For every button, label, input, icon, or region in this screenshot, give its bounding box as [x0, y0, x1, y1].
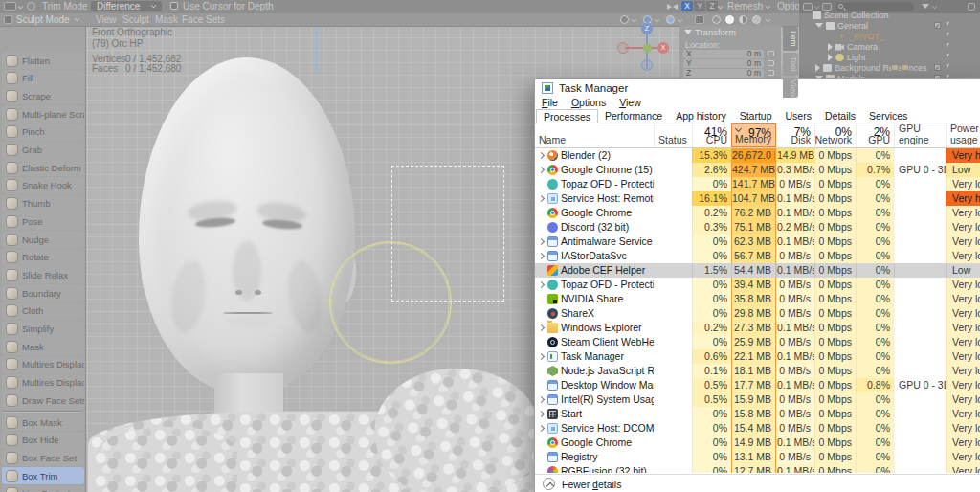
- process-row-topaz-ofd-protection-module[interactable]: Topaz OFD - Protection Module0%39.4 MB0 …: [535, 278, 980, 292]
- tab-app-history[interactable]: App history: [669, 109, 733, 123]
- selectable-icon[interactable]: [946, 53, 950, 57]
- process-row-task-manager[interactable]: Task Manager0.6%22.1 MB0.1 MB/s0 Mbps0%V…: [535, 349, 980, 364]
- process-row-windows-explorer[interactable]: Windows Explorer0.2%27.3 MB0.1 MB/s0 Mbp…: [535, 321, 980, 335]
- expand-icon[interactable]: [815, 64, 820, 72]
- shading-solid-icon[interactable]: [725, 15, 734, 24]
- shading-rendered-icon[interactable]: [752, 15, 761, 24]
- column-header-memory[interactable]: 97%Memory: [731, 123, 776, 147]
- location-x-field[interactable]: X0 m: [683, 50, 764, 58]
- mirror-x-toggle[interactable]: X: [681, 1, 693, 11]
- expand-chevron-icon[interactable]: [538, 411, 545, 417]
- tool-item-line-project[interactable]: Line Project: [2, 485, 84, 492]
- mirror-z-toggle[interactable]: Z: [706, 1, 718, 11]
- process-row-google-chrome[interactable]: Google Chrome0%14.9 MB0.1 MB/s0 Mbps0%Ve…: [535, 436, 980, 450]
- tool-item-pinch[interactable]: Pinch: [2, 123, 84, 141]
- tool-item-flatten[interactable]: Flatten: [2, 52, 84, 69]
- expand-chevron-icon[interactable]: [538, 281, 545, 288]
- tool-item-multi-plane-scrape[interactable]: Multi-plane Scrape: [2, 105, 84, 123]
- fewer-details-bar[interactable]: Fewer details: [535, 474, 980, 492]
- tool-item-draw-face-sets[interactable]: Draw Face Sets: [2, 391, 84, 409]
- selectable-icon[interactable]: [946, 42, 950, 47]
- process-row-blender-2[interactable]: Blender (2)15.3%26,672.0 MB14.9 MB/s0 Mb…: [535, 148, 980, 163]
- tool-item-elastic-deform[interactable]: Elastic Deform: [2, 159, 84, 176]
- expand-chevron-icon[interactable]: [538, 167, 545, 173]
- tool-item-multires-displacemen[interactable]: Multires Displacemen...: [2, 356, 84, 373]
- transform-panel-title[interactable]: Transform: [695, 27, 736, 37]
- editor-type-icon[interactable]: [4, 2, 16, 11]
- expand-chevron-icon[interactable]: [538, 152, 545, 159]
- location-z-field[interactable]: Z0 m: [683, 69, 764, 78]
- sidebar-tab-view[interactable]: View: [783, 78, 798, 98]
- process-row-google-chrome-15[interactable]: Google Chrome (15)2.6%424.7 MB0.3 MB/s0 …: [535, 163, 980, 177]
- expand-chevron-icon[interactable]: [538, 324, 545, 331]
- tool-item-box-face-set[interactable]: Box Face Set: [2, 449, 84, 466]
- menu-view[interactable]: View: [612, 97, 648, 109]
- process-row-antimalware-service-executable[interactable]: Antimalware Service Executable0%62.3 MB0…: [535, 235, 980, 249]
- tool-item-snake-hook[interactable]: Snake Hook: [2, 177, 84, 194]
- tool-item-simplify[interactable]: Simplify: [2, 321, 84, 338]
- tool-item-pose[interactable]: Pose: [2, 212, 84, 230]
- column-header-gpu[interactable]: 2%GPU: [856, 123, 894, 147]
- selectable-icon[interactable]: [946, 21, 950, 26]
- panel-collapse-icon[interactable]: [684, 30, 692, 34]
- tab-details[interactable]: Details: [818, 109, 862, 123]
- remesh-menu[interactable]: Remesh: [727, 1, 763, 12]
- process-row-steam-client-webhelper[interactable]: Steam Client WebHelper0%25.9 MB0 MB/s0 M…: [535, 335, 980, 349]
- sidebar-tab-tool[interactable]: Tool: [783, 53, 798, 76]
- menu-options[interactable]: Options: [565, 97, 612, 109]
- outliner-row-background-references[interactable]: Background References✓: [799, 62, 980, 73]
- process-row-service-host-remote-procedure[interactable]: Service Host: Remote Procedure...16.1%10…: [535, 191, 980, 206]
- tool-item-mask[interactable]: Mask: [2, 338, 84, 355]
- use-cursor-depth-checkbox[interactable]: [170, 2, 178, 10]
- tool-item-multires-displacemen[interactable]: Multires Displacemen...: [2, 374, 84, 391]
- process-row-registry[interactable]: Registry0%13.1 MB0 MB/s0 Mbps0%Very low: [535, 450, 980, 464]
- tool-item-slide-relax[interactable]: Slide Relax: [2, 266, 84, 283]
- tab-users[interactable]: Users: [779, 109, 818, 123]
- lock-icon[interactable]: [768, 60, 774, 66]
- expand-chevron-icon[interactable]: [538, 353, 545, 360]
- expand-chevron-icon[interactable]: [538, 253, 545, 259]
- expand-chevron-icon[interactable]: [538, 195, 545, 202]
- expand-icon[interactable]: [828, 43, 833, 51]
- process-row-desktop-window-manager[interactable]: Desktop Window Manager0.5%17.7 MB0.1 MB/…: [535, 378, 980, 392]
- tool-item-grab[interactable]: Grab: [2, 142, 84, 159]
- gizmo-z-neg[interactable]: [641, 59, 653, 71]
- shading-wireframe-icon[interactable]: [712, 15, 721, 24]
- lock-icon[interactable]: [768, 51, 774, 56]
- menu-face-sets[interactable]: Face Sets: [182, 14, 225, 26]
- location-y-field[interactable]: Y0 m: [683, 59, 764, 68]
- overlays-icon[interactable]: [695, 15, 704, 24]
- mirror-chevron-icon[interactable]: [718, 4, 724, 10]
- tab-startup[interactable]: Startup: [733, 109, 779, 123]
- column-header-disk[interactable]: 7%Disk: [776, 123, 814, 147]
- view-gizmo[interactable]: X Z: [617, 21, 675, 73]
- process-row-iastordatasvc[interactable]: IAStorDataSvc0%56.7 MB0 MB/s0 Mbps0%Very…: [535, 249, 980, 263]
- column-header-status[interactable]: Status: [654, 123, 692, 147]
- process-row-rgbfusion-32-bit[interactable]: RGBFusion (32 bit)0%12.7 MB0.1 MB/s0 Mbp…: [535, 464, 980, 473]
- process-row-sharex[interactable]: ShareX0%29.8 MB0 MB/s0 Mbps0%Very low: [535, 306, 980, 321]
- expand-chevron-icon[interactable]: [538, 238, 545, 245]
- tab-performance[interactable]: Performance: [598, 109, 669, 123]
- menu-mask[interactable]: Mask: [155, 14, 178, 26]
- mirror-y-toggle[interactable]: Y: [694, 1, 705, 11]
- tool-item-cloth[interactable]: Cloth: [2, 302, 84, 320]
- tool-item-scrape[interactable]: Scrape: [2, 87, 84, 104]
- brush-icon[interactable]: [27, 2, 35, 11]
- outliner-row-pivot[interactable]: +_PIVOT_: [799, 31, 980, 41]
- process-row-google-chrome[interactable]: Google Chrome0.2%76.2 MB0.1 MB/s0 Mbps0%…: [535, 206, 980, 220]
- shading-material-icon[interactable]: [739, 15, 747, 24]
- gizmo-y-center[interactable]: [643, 44, 652, 53]
- menu-view[interactable]: View: [96, 14, 117, 26]
- process-row-adobe-cef-helper[interactable]: Adobe CEF Helper1.5%54.4 MB0.1 MB/s0 Mbp…: [535, 263, 980, 278]
- outliner-row-general[interactable]: General✓: [799, 20, 980, 31]
- tool-item-fill[interactable]: Fill: [2, 70, 84, 87]
- process-row-intel-r-system-usage-report[interactable]: Intel(R) System Usage Report0.5%15.9 MB0…: [535, 392, 980, 407]
- gizmo-x-pos[interactable]: X: [657, 42, 669, 54]
- collection-checkbox-icon[interactable]: ✓: [934, 22, 941, 29]
- process-row-node-js-javascript-runtime[interactable]: Node.js JavaScript Runtime0.1%18.1 MB0 M…: [535, 364, 980, 378]
- tool-item-box-trim[interactable]: Box Trim: [2, 467, 84, 484]
- menu-file[interactable]: File: [535, 97, 565, 109]
- process-row-start[interactable]: Start0%15.8 MB0 MB/s0 Mbps0%Very low: [535, 407, 980, 421]
- outliner-row-camera[interactable]: Camera: [799, 41, 980, 52]
- expand-chevron-icon[interactable]: [538, 396, 545, 403]
